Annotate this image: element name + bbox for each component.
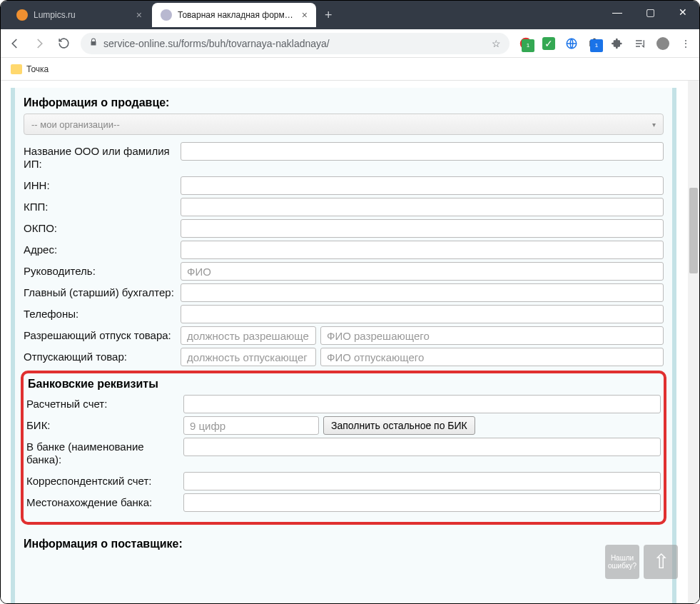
close-icon[interactable]: ×	[136, 9, 142, 21]
kpp-label: КПП:	[24, 198, 181, 216]
menu-icon[interactable]: ⋮	[679, 37, 692, 50]
bank-heading: Банковские реквизиты	[28, 378, 661, 391]
back-button[interactable]	[8, 36, 22, 51]
address-label: Адрес:	[24, 241, 181, 259]
inn-input[interactable]	[181, 176, 664, 195]
bank-loc-input[interactable]	[183, 493, 661, 512]
address-input[interactable]	[181, 241, 664, 259]
bik-input[interactable]	[183, 416, 319, 435]
phones-input[interactable]	[181, 305, 664, 323]
bik-label: БИК:	[26, 416, 183, 435]
name-input[interactable]	[181, 142, 664, 161]
fill-by-bik-button[interactable]: Заполнить остальное по БИК	[323, 416, 475, 435]
window-close[interactable]: ✕	[666, 1, 699, 24]
bank-name-input[interactable]	[183, 438, 661, 456]
corr-label: Корреспондентский счет:	[26, 472, 183, 490]
window-maximize[interactable]: ▢	[634, 1, 666, 24]
ext-cube-icon[interactable]: 1	[588, 37, 601, 50]
tab-lumpics[interactable]: Lumpics.ru ×	[8, 3, 151, 27]
account-input[interactable]	[183, 395, 661, 413]
profile-avatar[interactable]	[656, 37, 669, 50]
chief-acc-label: Главный (старший) бухгалтер:	[24, 283, 181, 302]
head-label: Руководитель:	[24, 262, 181, 281]
ext-adblock-icon[interactable]: 1	[519, 37, 532, 50]
bank-section-highlight: Банковские реквизиты Расчетный счет: БИК…	[21, 371, 666, 525]
bank-loc-label: Местонахождение банка:	[26, 493, 183, 512]
account-label: Расчетный счет:	[26, 395, 183, 413]
ext-globe-icon[interactable]	[565, 37, 578, 50]
ext-check-icon[interactable]: ✓	[542, 37, 555, 50]
star-icon[interactable]: ☆	[492, 38, 501, 49]
new-tab-button[interactable]: +	[318, 3, 340, 27]
release-auth-fio-input[interactable]	[320, 326, 664, 345]
releaser-label: Отпускающий товар:	[24, 348, 181, 366]
corr-input[interactable]	[183, 472, 661, 490]
inn-label: ИНН:	[24, 176, 181, 195]
tab-title: Lumpics.ru	[34, 10, 132, 20]
scroll-top-button[interactable]: ⇧	[644, 545, 678, 579]
phones-label: Телефоны:	[24, 305, 181, 323]
reading-list-icon[interactable]	[634, 37, 646, 50]
name-label: Название ООО или фамилия ИП:	[24, 142, 181, 173]
bank-name-label: В банке (наименование банка):	[26, 438, 183, 469]
url-bar[interactable]: service-online.su/forms/buh/tovarnaya-na…	[81, 33, 509, 54]
okpo-input[interactable]	[181, 219, 664, 238]
scroll-thumb[interactable]	[689, 188, 698, 273]
favicon-service	[161, 9, 172, 21]
window-minimize[interactable]: —	[601, 1, 634, 24]
releaser-fio-input[interactable]	[320, 348, 664, 366]
kpp-input[interactable]	[181, 198, 664, 216]
releaser-pos-input[interactable]	[181, 348, 316, 366]
url-text: service-online.su/forms/buh/tovarnaya-na…	[103, 38, 486, 49]
reload-button[interactable]	[56, 36, 71, 51]
chief-acc-input[interactable]	[181, 283, 664, 302]
lock-icon	[89, 37, 98, 49]
bookmark-tochka[interactable]: Точка	[26, 64, 49, 74]
extensions-icon[interactable]	[611, 37, 624, 50]
head-input[interactable]	[181, 262, 664, 281]
org-dropdown[interactable]: -- мои организации--	[24, 114, 664, 135]
tab-service-online[interactable]: Товарная накладная форма № ×	[152, 3, 316, 27]
seller-heading: Информация о продавце:	[24, 96, 664, 109]
folder-icon	[11, 64, 22, 74]
okpo-label: ОКПО:	[24, 219, 181, 238]
tab-title: Товарная накладная форма №	[178, 10, 298, 20]
close-icon[interactable]: ×	[302, 9, 308, 21]
release-auth-pos-input[interactable]	[181, 326, 316, 345]
release-auth-label: Разрешающий отпуск товара:	[24, 326, 181, 345]
forward-button[interactable]	[32, 36, 46, 51]
found-error-button[interactable]: Нашли ошибку?	[605, 545, 639, 579]
supplier-heading: Информация о поставщике:	[24, 538, 664, 550]
scrollbar[interactable]	[688, 81, 699, 603]
favicon-lumpics	[16, 9, 28, 21]
